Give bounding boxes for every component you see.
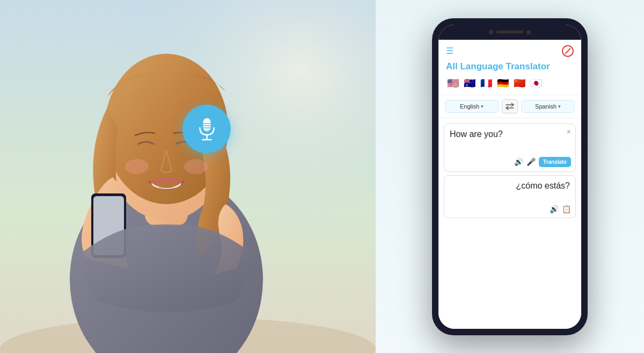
no-ads-icon[interactable] xyxy=(562,45,574,57)
target-language-button[interactable]: Spanish ▾ xyxy=(521,100,575,113)
translate-button[interactable]: Translate xyxy=(539,157,571,167)
flag-us[interactable]: 🇺🇸 xyxy=(446,76,460,90)
svg-point-7 xyxy=(125,159,149,174)
input-text: How are you? xyxy=(450,129,570,139)
app-title: All Language Translator xyxy=(446,61,574,72)
app-header: ☰ All Language Translator 🇺🇸 🇦🇺 🇫🇷 🇩🇪 🇨🇳… xyxy=(438,40,581,95)
mic-input-icon[interactable]: 🎤 xyxy=(526,157,536,166)
speaker-bar xyxy=(496,31,523,33)
swap-languages-button[interactable] xyxy=(502,99,518,113)
speak-input-icon[interactable]: 🔊 xyxy=(514,157,523,166)
phone-status-bar xyxy=(438,25,581,40)
hamburger-menu-icon[interactable]: ☰ xyxy=(446,46,453,56)
copy-output-icon[interactable]: 📋 xyxy=(562,205,571,213)
mic-bubble xyxy=(182,105,231,153)
output-actions: 🔊 📋 xyxy=(550,205,571,213)
app-content: ☰ All Language Translator 🇺🇸 🇦🇺 🇫🇷 🇩🇪 🇨🇳… xyxy=(438,40,581,329)
flag-fr[interactable]: 🇫🇷 xyxy=(479,76,493,90)
target-language-label: Spanish xyxy=(535,103,557,110)
swap-icon xyxy=(505,103,515,110)
photo-section xyxy=(0,0,376,353)
source-language-button[interactable]: English ▾ xyxy=(445,100,499,113)
mic-icon xyxy=(195,117,219,141)
flag-cn[interactable]: 🇨🇳 xyxy=(513,76,526,90)
flag-jp[interactable]: 🇯🇵 xyxy=(529,76,543,90)
speak-output-icon[interactable]: 🔊 xyxy=(550,205,559,213)
phone-mockup: ☰ All Language Translator 🇺🇸 🇦🇺 🇫🇷 🇩🇪 🇨🇳… xyxy=(432,18,588,335)
clear-button[interactable]: × xyxy=(567,127,571,136)
translation-input-area[interactable]: How are you? × 🔊 🎤 Translate xyxy=(444,124,576,172)
source-language-label: English xyxy=(460,103,479,110)
target-chevron-icon: ▾ xyxy=(558,104,561,109)
phone-camera-area xyxy=(489,30,531,34)
svg-rect-11 xyxy=(203,118,210,131)
input-actions: 🔊 🎤 Translate xyxy=(514,157,571,167)
language-selector-row: English ▾ Spanish ▾ xyxy=(438,95,581,118)
output-text: ¿cómo estás? xyxy=(450,181,570,191)
phone-screen: ☰ All Language Translator 🇺🇸 🇦🇺 🇫🇷 🇩🇪 🇨🇳… xyxy=(438,25,581,329)
no-ads-slash xyxy=(565,48,570,54)
right-panel: ☰ All Language Translator 🇺🇸 🇦🇺 🇫🇷 🇩🇪 🇨🇳… xyxy=(376,0,644,353)
flags-row: 🇺🇸 🇦🇺 🇫🇷 🇩🇪 🇨🇳 🇯🇵 xyxy=(446,76,574,90)
translation-output-area: ¿cómo estás? 🔊 📋 xyxy=(444,175,576,218)
camera-dot-2 xyxy=(526,30,531,34)
app-header-row: ☰ xyxy=(446,45,574,57)
flag-au[interactable]: 🇦🇺 xyxy=(463,76,477,90)
svg-point-8 xyxy=(184,159,208,174)
source-chevron-icon: ▾ xyxy=(481,104,484,109)
flag-de[interactable]: 🇩🇪 xyxy=(496,76,510,90)
camera-dot xyxy=(489,30,493,34)
